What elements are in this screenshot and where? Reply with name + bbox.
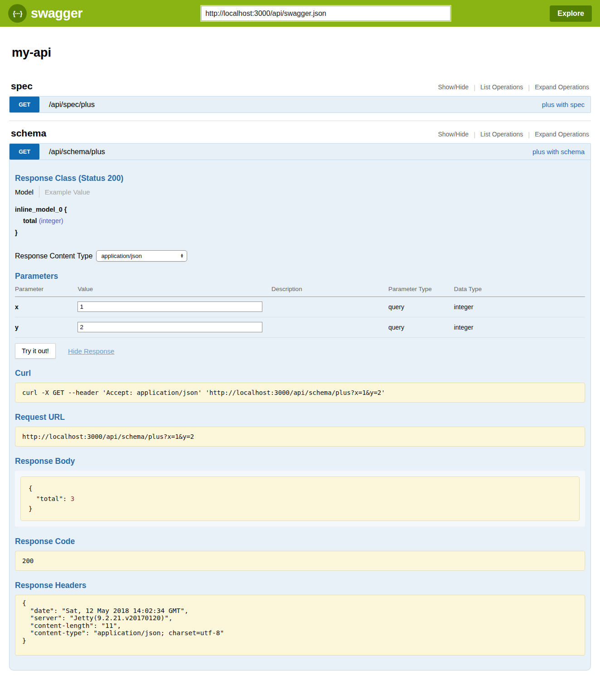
page-title: my-api (12, 46, 588, 60)
resource-title-spec: spec (11, 81, 438, 92)
tab-example-value[interactable]: Example Value (45, 188, 90, 196)
model-signature: inline_model_0 { total (integer) } (15, 204, 585, 238)
param-description-x (271, 297, 388, 317)
select-arrows-icon: ▲▼ (180, 254, 184, 258)
endpoint-nickname-spec[interactable]: plus with spec (542, 101, 585, 108)
param-name-x: x (15, 297, 77, 317)
expand-operations-link-schema[interactable]: Expand Operations (535, 131, 589, 138)
param-name-y: y (15, 317, 77, 338)
endpoint-row-schema-plus[interactable]: GET /api/schema/plus plus with schema (9, 143, 591, 160)
spec-url-input[interactable] (201, 6, 450, 21)
link-separator: | (474, 83, 475, 91)
json-value-total: 3 (71, 495, 74, 502)
param-value-input-y[interactable] (77, 322, 262, 332)
response-content-type-label: Response Content Type (15, 252, 92, 260)
tab-divider (39, 186, 39, 198)
param-data-type-x: integer (454, 297, 585, 317)
parameters-heading: Parameters (15, 272, 585, 281)
brand-title: swagger (31, 6, 82, 21)
json-colon: : (63, 495, 71, 502)
resource-controls-spec: Show/Hide | List Operations | Expand Ope… (438, 83, 589, 91)
show-hide-link-spec[interactable]: Show/Hide (438, 83, 469, 91)
main-content: my-api spec Show/Hide | List Operations … (0, 46, 600, 671)
try-it-out-button[interactable]: Try it out! (15, 343, 56, 359)
tab-model[interactable]: Model (15, 188, 34, 196)
response-content-type-select[interactable]: application/json ▲▼ (96, 250, 187, 262)
resource-header-schema: schema Show/Hide | List Operations | Exp… (11, 128, 589, 139)
swagger-brand-link[interactable]: {···} swagger (8, 4, 82, 23)
response-body-container: { "total": 3 } (15, 471, 585, 527)
parameters-table: Parameter Value Description Parameter Ty… (15, 283, 585, 338)
expand-operations-link-spec[interactable]: Expand Operations (535, 83, 589, 91)
request-url-block: http://localhost:3000/api/schema/plus?x=… (15, 427, 585, 447)
response-class-heading: Response Class (Status 200) (15, 174, 585, 183)
model-property: total (integer) (23, 215, 585, 227)
list-operations-link-schema[interactable]: List Operations (480, 131, 523, 138)
col-parameter-type: Parameter Type (388, 283, 454, 297)
parameters-header-row: Parameter Value Description Parameter Ty… (15, 283, 585, 297)
response-content-type-row: Response Content Type application/json ▲… (15, 250, 585, 262)
curl-heading: Curl (15, 369, 585, 378)
swagger-logo-icon: {···} (8, 4, 27, 23)
link-separator: | (528, 131, 530, 138)
col-value: Value (77, 283, 271, 297)
list-operations-link-spec[interactable]: List Operations (480, 83, 523, 91)
parameter-row-x: x query integer (15, 297, 585, 317)
model-property-type: (integer) (39, 217, 63, 224)
model-close-brace: } (15, 227, 585, 238)
get-method-badge: GET (10, 97, 39, 112)
response-headers-heading: Response Headers (15, 581, 585, 590)
request-url-heading: Request URL (15, 413, 585, 422)
param-type-x: query (388, 297, 454, 317)
resource-title-schema: schema (11, 128, 438, 139)
endpoint-row-spec-plus[interactable]: GET /api/spec/plus plus with spec (9, 96, 591, 113)
col-data-type: Data Type (454, 283, 585, 297)
explore-button[interactable]: Explore (550, 5, 592, 22)
show-hide-link-schema[interactable]: Show/Hide (438, 131, 469, 138)
get-method-badge: GET (10, 144, 39, 160)
response-code-heading: Response Code (15, 537, 585, 546)
endpoint-nickname-schema[interactable]: plus with schema (532, 148, 585, 156)
json-key-total: "total" (29, 495, 63, 502)
param-type-y: query (388, 317, 454, 338)
response-content-type-selected: application/json (101, 253, 142, 259)
json-close-brace: } (29, 505, 32, 512)
resource-controls-schema: Show/Hide | List Operations | Expand Ope… (438, 131, 589, 138)
response-code-block: 200 (15, 551, 585, 571)
endpoint-path-spec[interactable]: /api/spec/plus (49, 100, 95, 109)
model-property-name: total (23, 217, 37, 224)
response-headers-block: { "date": "Sat, 12 May 2018 14:02:34 GMT… (15, 595, 585, 656)
response-body-block: { "total": 3 } (20, 476, 580, 521)
curl-command-block: curl -X GET --header 'Accept: applicatio… (15, 383, 585, 403)
operation-expanded-panel: Response Class (Status 200) Model Exampl… (9, 160, 591, 671)
col-parameter: Parameter (15, 283, 77, 297)
top-header-bar: {···} swagger Explore (0, 0, 600, 27)
param-data-type-y: integer (454, 317, 585, 338)
json-open-brace: { (29, 485, 32, 492)
hide-response-link[interactable]: Hide Response (68, 347, 115, 355)
resource-header-spec: spec Show/Hide | List Operations | Expan… (11, 81, 589, 92)
endpoint-path-schema[interactable]: /api/schema/plus (49, 147, 105, 156)
link-separator: | (474, 131, 475, 138)
model-tabs: Model Example Value (15, 186, 585, 198)
response-body-heading: Response Body (15, 457, 585, 466)
param-value-input-x[interactable] (77, 301, 262, 312)
link-separator: | (528, 83, 530, 91)
resource-divider (9, 121, 591, 121)
col-description: Description (271, 283, 388, 297)
parameter-row-y: y query integer (15, 317, 585, 338)
try-it-out-row: Try it out! Hide Response (15, 343, 585, 359)
model-open-brace: inline_model_0 { (15, 204, 585, 215)
param-description-y (271, 317, 388, 338)
